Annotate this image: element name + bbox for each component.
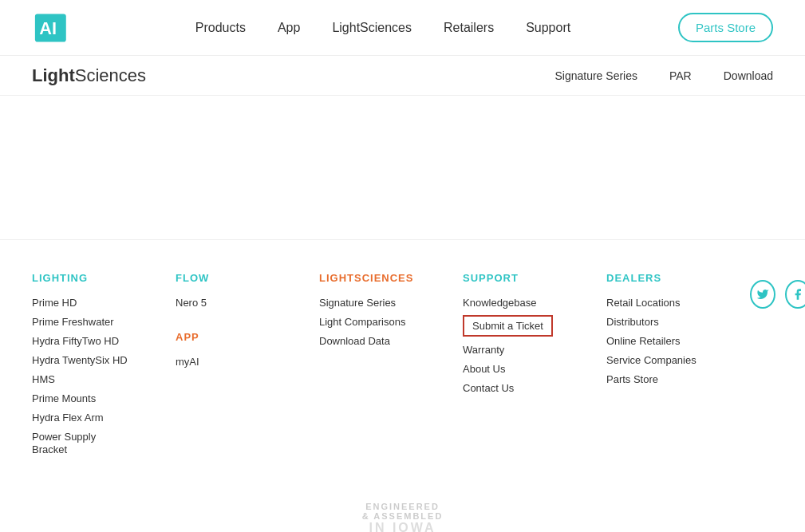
list-item[interactable]: Prime Freshwater [32,315,128,328]
sub-navigation: LightSciences Signature Series PAR Downl… [0,56,805,96]
submit-ticket-item[interactable]: Submit a Ticket [463,315,558,337]
list-item[interactable]: Download Data [319,334,415,347]
parts-store-button[interactable]: Parts Store [678,13,773,42]
sub-nav-title-light: Light [32,65,75,85]
list-item[interactable]: Hydra TwentySix HD [32,353,128,366]
list-item[interactable]: About Us [463,362,558,375]
footer-app-title: APP [176,331,271,343]
footer-lightsciences-list: Signature Series Light Comparisons Downl… [319,296,415,347]
footer-col-social [750,272,805,462]
facebook-icon[interactable] [785,280,805,309]
list-item[interactable]: Retail Locations [606,296,702,309]
list-item[interactable]: Distributors [606,315,702,328]
list-item[interactable]: Hydra FiftyTwo HD [32,334,128,347]
sub-nav-links: Signature Series PAR Download [554,69,773,82]
footer-bottom: ENGINEERED & ASSEMBLED IN IOWA [32,486,773,532]
svg-text:AI: AI [39,18,57,38]
footer-col-support: SUPPORT Knowledgebase Submit a Ticket Wa… [463,272,558,462]
twitter-icon[interactable] [750,280,775,309]
list-item[interactable]: Hydra Flex Arm [32,411,128,424]
footer-flow-title: FLOW [176,272,271,284]
nav-item-app[interactable]: App [278,21,300,35]
footer-flow-section: FLOW Nero 5 [176,272,271,315]
footer-app-list: myAI [176,355,271,368]
footer-dealers-list: Retail Locations Distributors Online Ret… [606,296,702,385]
list-item[interactable]: Warranty [463,343,558,356]
list-item[interactable]: Power Supply Bracket [32,430,128,455]
footer-col-lightsciences: LIGHTSCIENCES Signature Series Light Com… [319,272,415,462]
sub-nav-item-par[interactable]: PAR [669,69,692,82]
engineered-line2: & ASSEMBLED [32,511,773,521]
footer-dealers-title: DEALERS [606,272,702,284]
list-item[interactable]: Prime Mounts [32,392,128,404]
footer-lightsciences-title: LIGHTSCIENCES [319,272,415,284]
footer-col-lighting: LIGHTING Prime HD Prime Freshwater Hydra… [32,272,128,462]
footer-app-section: APP myAI [176,331,271,374]
nav-item-lightsciences[interactable]: LightSciences [332,21,412,35]
main-content-area [0,96,805,239]
footer-flow-list: Nero 5 [176,296,271,309]
sub-nav-item-signature[interactable]: Signature Series [554,69,637,82]
list-item[interactable]: Knowledgebase [463,296,558,309]
list-item[interactable]: Online Retailers [606,334,702,347]
sub-nav-item-download[interactable]: Download [724,69,773,82]
social-icons [750,280,805,309]
sub-nav-title: LightSciences [32,65,146,86]
footer-col-dealers: DEALERS Retail Locations Distributors On… [606,272,702,462]
nav-item-products[interactable]: Products [195,21,246,35]
main-nav-links: Products App LightSciences Retailers Sup… [195,21,570,35]
footer-col-flow-app: FLOW Nero 5 APP myAI [176,272,271,462]
footer-flow-app-group: FLOW Nero 5 APP myAI [176,272,271,374]
footer-support-title: SUPPORT [463,272,558,284]
footer-columns: LIGHTING Prime HD Prime Freshwater Hydra… [32,272,773,462]
footer-support-list: Knowledgebase Submit a Ticket Warranty A… [463,296,558,394]
list-item[interactable]: myAI [176,355,271,368]
sub-nav-title-sciences: Sciences [75,65,146,85]
list-item[interactable]: HMS [32,372,128,385]
logo[interactable]: AI [32,8,88,48]
footer-lighting-list: Prime HD Prime Freshwater Hydra FiftyTwo… [32,296,128,455]
list-item[interactable]: Parts Store [606,372,702,385]
engineered-line1: ENGINEERED [32,502,773,511]
footer-lighting-title: LIGHTING [32,272,128,284]
list-item[interactable]: Contact Us [463,381,558,394]
list-item[interactable]: Prime HD [32,296,128,309]
list-item[interactable]: Light Comparisons [319,315,415,328]
nav-item-retailers[interactable]: Retailers [444,21,494,35]
top-navigation: AI Products App LightSciences Retailers … [0,0,805,56]
list-item[interactable]: Nero 5 [176,296,271,309]
list-item[interactable]: Service Companies [606,353,702,366]
engineered-line3: IN IOWA [32,521,773,532]
footer: LIGHTING Prime HD Prime Freshwater Hydra… [0,239,805,532]
nav-item-support[interactable]: Support [526,21,570,35]
list-item[interactable]: Signature Series [319,296,415,309]
submit-ticket-link[interactable]: Submit a Ticket [463,315,553,337]
